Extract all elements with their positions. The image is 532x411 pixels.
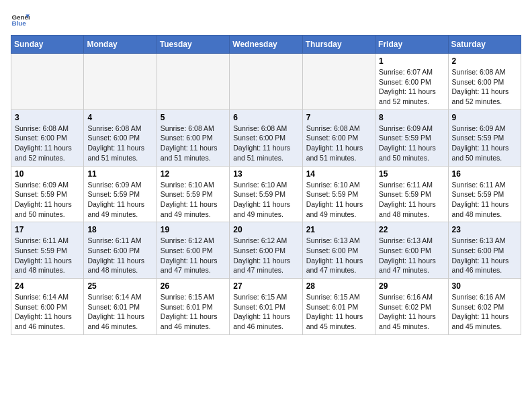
day-info: Sunrise: 6:11 AM Sunset: 5:59 PM Dayligh… bbox=[452, 180, 517, 220]
calendar-cell: 9Sunrise: 6:09 AM Sunset: 5:59 PM Daylig… bbox=[448, 109, 521, 166]
day-info: Sunrise: 6:07 AM Sunset: 6:00 PM Dayligh… bbox=[379, 67, 444, 107]
calendar-cell: 29Sunrise: 6:16 AM Sunset: 6:02 PM Dayli… bbox=[375, 279, 448, 335]
calendar-cell: 11Sunrise: 6:09 AM Sunset: 5:59 PM Dayli… bbox=[84, 166, 157, 222]
day-info: Sunrise: 6:13 AM Sunset: 6:00 PM Dayligh… bbox=[306, 236, 371, 275]
day-info: Sunrise: 6:08 AM Sunset: 6:00 PM Dayligh… bbox=[15, 124, 80, 163]
day-number: 10 bbox=[15, 169, 80, 179]
day-info: Sunrise: 6:09 AM Sunset: 5:59 PM Dayligh… bbox=[379, 124, 444, 163]
day-info: Sunrise: 6:11 AM Sunset: 5:59 PM Dayligh… bbox=[15, 236, 80, 275]
day-number: 11 bbox=[87, 169, 152, 179]
calendar-cell: 14Sunrise: 6:10 AM Sunset: 5:59 PM Dayli… bbox=[302, 166, 375, 222]
day-number: 12 bbox=[161, 169, 226, 179]
day-number: 13 bbox=[233, 169, 298, 179]
col-header-friday: Friday bbox=[375, 36, 448, 54]
calendar-week-3: 10Sunrise: 6:09 AM Sunset: 5:59 PM Dayli… bbox=[11, 166, 521, 222]
day-info: Sunrise: 6:11 AM Sunset: 6:00 PM Dayligh… bbox=[87, 236, 152, 275]
day-info: Sunrise: 6:14 AM Sunset: 6:00 PM Dayligh… bbox=[15, 292, 80, 332]
day-number: 8 bbox=[379, 113, 444, 122]
day-info: Sunrise: 6:13 AM Sunset: 6:00 PM Dayligh… bbox=[379, 236, 444, 275]
day-number: 30 bbox=[452, 281, 517, 291]
day-info: Sunrise: 6:08 AM Sunset: 6:00 PM Dayligh… bbox=[87, 124, 152, 163]
col-header-sunday: Sunday bbox=[11, 36, 84, 54]
calendar-cell: 23Sunrise: 6:13 AM Sunset: 6:00 PM Dayli… bbox=[448, 222, 521, 279]
calendar-cell: 5Sunrise: 6:08 AM Sunset: 6:00 PM Daylig… bbox=[157, 109, 229, 166]
calendar-cell: 24Sunrise: 6:14 AM Sunset: 6:00 PM Dayli… bbox=[11, 279, 84, 335]
day-number: 29 bbox=[379, 281, 444, 291]
calendar-cell: 28Sunrise: 6:15 AM Sunset: 6:01 PM Dayli… bbox=[302, 279, 375, 335]
calendar-cell: 2Sunrise: 6:08 AM Sunset: 6:00 PM Daylig… bbox=[448, 54, 521, 110]
day-number: 2 bbox=[452, 56, 517, 66]
day-info: Sunrise: 6:09 AM Sunset: 5:59 PM Dayligh… bbox=[15, 180, 80, 220]
day-number: 15 bbox=[379, 169, 444, 179]
day-number: 17 bbox=[15, 225, 80, 234]
day-number: 18 bbox=[87, 225, 152, 234]
calendar-cell bbox=[84, 54, 157, 110]
day-info: Sunrise: 6:15 AM Sunset: 6:01 PM Dayligh… bbox=[306, 292, 371, 332]
calendar-cell: 6Sunrise: 6:08 AM Sunset: 6:00 PM Daylig… bbox=[230, 109, 302, 166]
calendar-cell bbox=[302, 54, 375, 110]
page-header: General Blue bbox=[11, 11, 521, 30]
day-info: Sunrise: 6:15 AM Sunset: 6:01 PM Dayligh… bbox=[161, 292, 226, 332]
day-info: Sunrise: 6:16 AM Sunset: 6:02 PM Dayligh… bbox=[452, 292, 517, 332]
svg-text:Blue: Blue bbox=[11, 19, 26, 27]
col-header-thursday: Thursday bbox=[302, 36, 375, 54]
day-info: Sunrise: 6:10 AM Sunset: 5:59 PM Dayligh… bbox=[233, 180, 298, 220]
calendar-cell: 12Sunrise: 6:10 AM Sunset: 5:59 PM Dayli… bbox=[157, 166, 229, 222]
day-info: Sunrise: 6:13 AM Sunset: 6:00 PM Dayligh… bbox=[452, 236, 517, 275]
day-number: 28 bbox=[306, 281, 371, 291]
calendar-cell bbox=[230, 54, 302, 110]
calendar-cell: 25Sunrise: 6:14 AM Sunset: 6:01 PM Dayli… bbox=[84, 279, 157, 335]
calendar-week-5: 24Sunrise: 6:14 AM Sunset: 6:00 PM Dayli… bbox=[11, 279, 521, 335]
calendar-week-1: 1Sunrise: 6:07 AM Sunset: 6:00 PM Daylig… bbox=[11, 54, 521, 110]
calendar-cell: 17Sunrise: 6:11 AM Sunset: 5:59 PM Dayli… bbox=[11, 222, 84, 279]
day-number: 26 bbox=[161, 281, 226, 291]
day-number: 6 bbox=[233, 113, 298, 122]
day-info: Sunrise: 6:15 AM Sunset: 6:01 PM Dayligh… bbox=[233, 292, 298, 332]
calendar-cell: 10Sunrise: 6:09 AM Sunset: 5:59 PM Dayli… bbox=[11, 166, 84, 222]
day-info: Sunrise: 6:09 AM Sunset: 5:59 PM Dayligh… bbox=[452, 124, 517, 163]
calendar-cell: 3Sunrise: 6:08 AM Sunset: 6:00 PM Daylig… bbox=[11, 109, 84, 166]
day-info: Sunrise: 6:08 AM Sunset: 6:00 PM Dayligh… bbox=[233, 124, 298, 163]
day-number: 24 bbox=[15, 281, 80, 291]
day-info: Sunrise: 6:16 AM Sunset: 6:02 PM Dayligh… bbox=[379, 292, 444, 332]
day-number: 7 bbox=[306, 113, 371, 122]
calendar-cell: 20Sunrise: 6:12 AM Sunset: 6:00 PM Dayli… bbox=[230, 222, 302, 279]
calendar-cell: 18Sunrise: 6:11 AM Sunset: 6:00 PM Dayli… bbox=[84, 222, 157, 279]
calendar-cell bbox=[11, 54, 84, 110]
day-number: 3 bbox=[15, 113, 80, 122]
calendar-cell: 27Sunrise: 6:15 AM Sunset: 6:01 PM Dayli… bbox=[230, 279, 302, 335]
calendar-cell: 15Sunrise: 6:11 AM Sunset: 5:59 PM Dayli… bbox=[375, 166, 448, 222]
day-number: 19 bbox=[161, 225, 226, 234]
day-number: 20 bbox=[233, 225, 298, 234]
day-number: 27 bbox=[233, 281, 298, 291]
calendar-table: SundayMondayTuesdayWednesdayThursdayFrid… bbox=[11, 35, 521, 335]
calendar-cell: 22Sunrise: 6:13 AM Sunset: 6:00 PM Dayli… bbox=[375, 222, 448, 279]
day-info: Sunrise: 6:11 AM Sunset: 5:59 PM Dayligh… bbox=[379, 180, 444, 220]
calendar-cell: 4Sunrise: 6:08 AM Sunset: 6:00 PM Daylig… bbox=[84, 109, 157, 166]
day-info: Sunrise: 6:12 AM Sunset: 6:00 PM Dayligh… bbox=[161, 236, 226, 275]
day-info: Sunrise: 6:08 AM Sunset: 6:00 PM Dayligh… bbox=[452, 67, 517, 107]
col-header-wednesday: Wednesday bbox=[230, 36, 302, 54]
calendar-week-4: 17Sunrise: 6:11 AM Sunset: 5:59 PM Dayli… bbox=[11, 222, 521, 279]
calendar-cell: 19Sunrise: 6:12 AM Sunset: 6:00 PM Dayli… bbox=[157, 222, 229, 279]
calendar-cell bbox=[157, 54, 229, 110]
day-info: Sunrise: 6:08 AM Sunset: 6:00 PM Dayligh… bbox=[306, 124, 371, 163]
day-number: 16 bbox=[452, 169, 517, 179]
calendar-week-2: 3Sunrise: 6:08 AM Sunset: 6:00 PM Daylig… bbox=[11, 109, 521, 166]
col-header-monday: Monday bbox=[84, 36, 157, 54]
calendar-cell: 21Sunrise: 6:13 AM Sunset: 6:00 PM Dayli… bbox=[302, 222, 375, 279]
day-number: 21 bbox=[306, 225, 371, 234]
logo: General Blue bbox=[11, 11, 30, 30]
calendar-cell: 30Sunrise: 6:16 AM Sunset: 6:02 PM Dayli… bbox=[448, 279, 521, 335]
day-info: Sunrise: 6:09 AM Sunset: 5:59 PM Dayligh… bbox=[87, 180, 152, 220]
day-number: 23 bbox=[452, 225, 517, 234]
day-number: 9 bbox=[452, 113, 517, 122]
day-number: 22 bbox=[379, 225, 444, 234]
day-info: Sunrise: 6:14 AM Sunset: 6:01 PM Dayligh… bbox=[87, 292, 152, 332]
day-info: Sunrise: 6:12 AM Sunset: 6:00 PM Dayligh… bbox=[233, 236, 298, 275]
day-number: 14 bbox=[306, 169, 371, 179]
day-info: Sunrise: 6:08 AM Sunset: 6:00 PM Dayligh… bbox=[161, 124, 226, 163]
calendar-cell: 13Sunrise: 6:10 AM Sunset: 5:59 PM Dayli… bbox=[230, 166, 302, 222]
day-info: Sunrise: 6:10 AM Sunset: 5:59 PM Dayligh… bbox=[306, 180, 371, 220]
col-header-tuesday: Tuesday bbox=[157, 36, 229, 54]
